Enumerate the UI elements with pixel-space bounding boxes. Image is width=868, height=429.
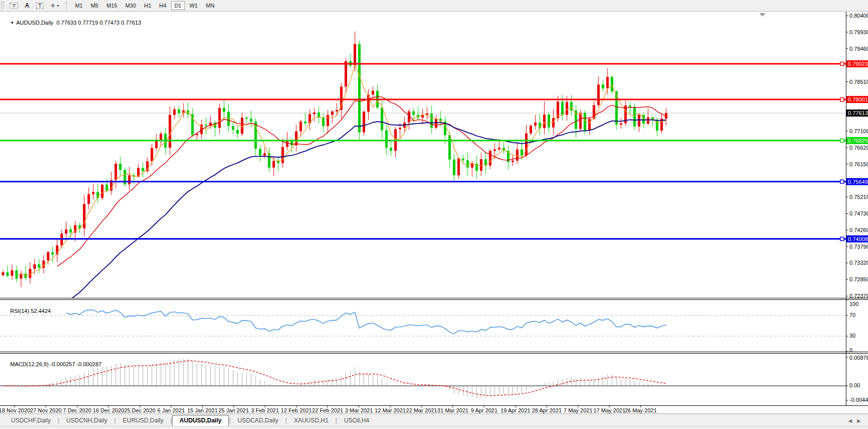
tabs-host: USDCHF,Daily|USDCNH,Daily|EURUSD,Daily|A… xyxy=(4,415,376,426)
chevron-down-icon: ▾ xyxy=(57,4,59,8)
date-tick-label: 22 Feb 2021 xyxy=(312,407,343,413)
date-tick-label: 18 Nov 2020 xyxy=(0,407,30,413)
tab-scroll-arrows: ◀ ▶ xyxy=(848,418,861,426)
rsi-tick-label: 30 xyxy=(849,333,855,339)
date-tick-label: 19 Apr 2021 xyxy=(500,407,530,413)
chart-symbol-label: AUDUSD,Daily xyxy=(16,20,53,26)
timeframe-button-D1[interactable]: D1 xyxy=(171,1,185,10)
toolbar-grip[interactable] xyxy=(1,2,4,10)
ohlc-open: 0.77633 xyxy=(56,20,76,26)
rsi-name: RSI(14) xyxy=(10,308,29,314)
timeframe-button-H1[interactable]: H1 xyxy=(141,1,155,10)
macd-panel-label: MACD(12,26,9) -0.000257 -0.000287 xyxy=(4,355,102,373)
hline-handle[interactable] xyxy=(840,180,844,183)
date-tick-label: 16 Dec 2020 xyxy=(93,407,124,413)
textbox-tool-button[interactable]: T xyxy=(33,1,46,10)
tabs-scroll-right-icon[interactable]: ▶ xyxy=(857,418,861,423)
ohlc-close: 0.77613 xyxy=(121,20,141,26)
toolbar: A T ▾ M1M5M15M30H1H4D1W1MN xyxy=(0,0,868,12)
macd-tick-label: 0.008782 xyxy=(849,355,868,361)
timeframe-button-M5[interactable]: M5 xyxy=(87,1,102,10)
level-price-label: 0.76825 xyxy=(848,138,868,144)
price-tick-label: 0.77100 xyxy=(849,128,868,134)
macd-tick-label: -0.004451 xyxy=(849,397,868,403)
date-tick-label: 3 Mar 2021 xyxy=(345,407,373,413)
date-tick-label: 25 Dec 2020 xyxy=(124,407,155,413)
price-tick-label: 0.76620 xyxy=(849,145,868,151)
date-tick-label: 7 May 2021 xyxy=(564,407,592,413)
rsi-value: 52.4424 xyxy=(31,308,51,314)
symbol-tabbar: USDCHF,Daily|USDCNH,Daily|EURUSD,Daily|A… xyxy=(0,413,868,426)
level-price-label: 0.78001 xyxy=(848,96,868,102)
price-tick-label: 0.75210 xyxy=(849,194,868,200)
date-tick-label: 28 Apr 2021 xyxy=(532,407,562,413)
price-tick-label: 0.72370 xyxy=(849,293,868,299)
chart-shift-icon[interactable] xyxy=(759,13,765,17)
macd-values: -0.000257 -0.000287 xyxy=(50,361,102,367)
bid-price-label: 0.77613 xyxy=(848,110,868,116)
timeframe-button-MN[interactable]: MN xyxy=(202,1,218,10)
symbol-tab-XAUUSD[interactable]: XAUUSD,H1 xyxy=(287,415,335,426)
date-tick-label: 17 May 2021 xyxy=(593,407,626,413)
date-tick-label: 27 Nov 2020 xyxy=(30,407,61,413)
tabs-scroll-left-icon[interactable]: ◀ xyxy=(848,418,852,423)
timeframe-button-M1[interactable]: M1 xyxy=(71,1,86,10)
chart-canvas[interactable]: 0.804000.799300.794600.785100.771000.766… xyxy=(0,12,868,413)
price-tick-label: 0.74730 xyxy=(849,210,868,217)
price-tick-label: 0.74260 xyxy=(849,227,868,233)
textbox-icon: T xyxy=(36,3,43,9)
toolbar-separator xyxy=(65,1,68,10)
price-tick-label: 0.80400 xyxy=(849,13,868,19)
level-price-label: 0.75649 xyxy=(848,179,868,185)
rsi-tick-label: 70 xyxy=(849,312,855,318)
rsi-panel-label: RSI(14) 52.4424 xyxy=(4,302,51,320)
price-tick-label: 0.76150 xyxy=(849,161,868,167)
text-tool-button[interactable]: A xyxy=(22,1,33,10)
colors-icon xyxy=(50,3,55,9)
mt4-window: A T ▾ M1M5M15M30H1H4D1W1MN 0.804000.7993… xyxy=(0,0,868,429)
hline-handle[interactable] xyxy=(840,98,844,101)
price-tick-label: 0.79930 xyxy=(849,29,868,35)
macd-tick-label: 0.00 xyxy=(849,382,860,388)
hline-handle[interactable] xyxy=(840,237,844,241)
price-tick-label: 0.73790 xyxy=(849,244,868,250)
chart-header: ▼AUDUSD,Daily 0.77633 0.77719 0.77473 0.… xyxy=(4,14,141,32)
price-tick-label: 0.73320 xyxy=(849,260,868,266)
bottom-strip xyxy=(0,426,868,429)
rsi-tick-label: 0 xyxy=(849,347,852,353)
timeframe-button-M15[interactable]: M15 xyxy=(103,1,121,10)
level-price-label: 0.79023 xyxy=(848,61,868,67)
price-tick-label: 0.78510 xyxy=(849,79,868,85)
date-tick-label: 15 Jan 2021 xyxy=(187,407,218,413)
symbol-tab-USOil[interactable]: USOil,H4 xyxy=(337,415,376,426)
date-tick-label: 7 Dec 2020 xyxy=(63,407,91,413)
symbol-tab-EURUSD[interactable]: EURUSD,Daily xyxy=(116,415,170,426)
templates-button[interactable] xyxy=(7,1,21,10)
timeframe-button-M30[interactable]: M30 xyxy=(122,1,139,10)
ohlc-collapse-icon[interactable]: ▼ xyxy=(10,21,14,25)
date-tick-label: 25 Jan 2021 xyxy=(218,407,249,413)
ohlc-high: 0.77719 xyxy=(78,20,98,26)
date-tick-label: 26 May 2021 xyxy=(625,407,657,413)
symbol-tab-AUDUSD[interactable]: AUDUSD,Daily xyxy=(172,415,229,426)
date-tick-label: 6 Jan 2021 xyxy=(157,407,185,413)
symbol-tab-USDCAD[interactable]: USDCAD,Daily xyxy=(231,415,286,426)
rsi-tick-label: 100 xyxy=(849,301,858,307)
symbol-tab-USDCNH[interactable]: USDCNH,Daily xyxy=(59,415,114,426)
date-tick-label: 12 Feb 2021 xyxy=(281,407,312,413)
colors-button[interactable]: ▾ xyxy=(47,1,62,10)
price-tick-label: 0.72850 xyxy=(849,276,868,282)
ohlc-low: 0.77473 xyxy=(100,20,120,26)
date-tick-label: 3 Feb 2021 xyxy=(251,407,279,413)
hline-handle[interactable] xyxy=(840,62,844,66)
date-tick-label: 9 Apr 2021 xyxy=(471,407,497,413)
timeframe-button-H4[interactable]: H4 xyxy=(156,1,170,10)
date-tick-label: 12 Mar 2021 xyxy=(375,407,406,413)
hline-handle[interactable] xyxy=(840,139,844,142)
symbol-tab-USDCHF[interactable]: USDCHF,Daily xyxy=(4,415,58,426)
level-price-label: 0.74008 xyxy=(848,236,868,242)
macd-name: MACD(12,26,9) xyxy=(10,361,48,367)
date-tick-label: 22 Mar 2021 xyxy=(406,407,437,413)
timeframe-button-W1[interactable]: W1 xyxy=(186,1,202,10)
date-tick-label: 31 Mar 2021 xyxy=(438,407,469,413)
